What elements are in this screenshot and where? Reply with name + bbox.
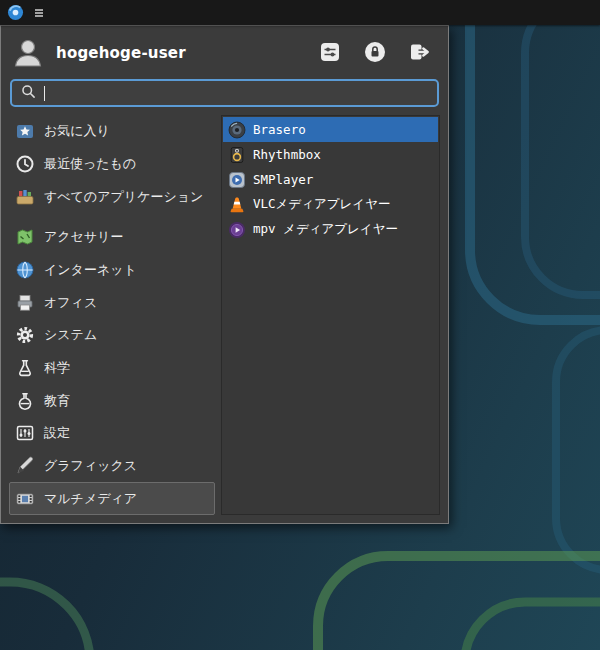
top-panel	[0, 0, 600, 25]
text-caret	[44, 86, 45, 101]
category-internet[interactable]: インターネット	[9, 254, 215, 287]
vlc-icon	[228, 196, 246, 214]
app-brasero[interactable]: Brasero	[223, 117, 438, 142]
category-label: 教育	[44, 392, 70, 410]
search-icon	[20, 83, 37, 104]
office-icon	[15, 293, 35, 313]
panel-menu-icon[interactable]	[33, 7, 45, 19]
search-input[interactable]	[10, 79, 439, 107]
sliders-icon	[15, 423, 35, 443]
category-science[interactable]: 科学	[9, 352, 215, 385]
globe-icon	[15, 260, 35, 280]
lock-screen-button[interactable]	[359, 38, 391, 68]
category-label: システム	[44, 326, 97, 344]
category-label: すべてのアプリケーション	[44, 188, 203, 206]
smplayer-icon	[228, 171, 246, 189]
flask-icon	[15, 358, 35, 378]
app-label: SMPlayer	[253, 172, 313, 187]
category-graphics[interactable]: グラフィックス	[9, 450, 215, 483]
category-label: マルチメディア	[44, 490, 137, 508]
all-apps-icon	[15, 187, 35, 207]
category-list: お気に入り 最近使ったもの	[9, 115, 215, 515]
category-label: 最近使ったもの	[44, 155, 136, 173]
logout-icon	[408, 40, 432, 67]
pen-icon	[15, 456, 35, 476]
settings-button[interactable]	[314, 38, 346, 68]
accessories-icon	[15, 227, 35, 247]
category-favorites[interactable]: お気に入り	[9, 115, 215, 148]
brasero-icon	[228, 121, 246, 139]
clock-icon	[15, 154, 35, 174]
category-label: オフィス	[44, 294, 97, 312]
category-recent[interactable]: 最近使ったもの	[9, 148, 215, 181]
category-label: インターネット	[44, 261, 137, 279]
category-settings[interactable]: 設定	[9, 417, 215, 450]
app-smplayer[interactable]: SMPlayer	[223, 167, 438, 192]
app-vlc[interactable]: VLCメディアプレイヤー	[223, 192, 438, 217]
film-icon	[15, 489, 35, 509]
application-list: Brasero Rhythmbox	[221, 115, 440, 515]
favorites-icon	[15, 121, 35, 141]
category-label: 科学	[44, 359, 70, 377]
username: hogehoge-user	[56, 44, 301, 62]
whisker-menu: hogehoge-user	[0, 25, 449, 524]
category-label: お気に入り	[44, 122, 110, 140]
category-system[interactable]: システム	[9, 319, 215, 352]
category-all-applications[interactable]: すべてのアプリケーション	[9, 180, 215, 213]
panel-launcher-icon[interactable]	[7, 4, 24, 21]
category-accessories[interactable]: アクセサリー	[9, 221, 215, 254]
category-office[interactable]: オフィス	[9, 286, 215, 319]
round-flask-icon	[15, 391, 35, 411]
user-avatar-icon	[11, 36, 45, 70]
app-label: mpv メディアプレイヤー	[253, 221, 398, 238]
app-label: VLCメディアプレイヤー	[253, 196, 390, 213]
category-multimedia[interactable]: マルチメディア	[9, 482, 215, 515]
logout-button[interactable]	[404, 38, 436, 68]
desktop: hogehoge-user	[0, 0, 600, 650]
app-mpv[interactable]: mpv メディアプレイヤー	[223, 217, 438, 242]
menu-header: hogehoge-user	[1, 26, 448, 76]
app-label: Brasero	[253, 122, 306, 137]
settings-icon	[318, 40, 342, 67]
gear-icon	[15, 325, 35, 345]
mpv-icon	[228, 221, 246, 239]
rhythmbox-icon	[228, 146, 246, 164]
app-rhythmbox[interactable]: Rhythmbox	[223, 142, 438, 167]
category-label: グラフィックス	[44, 457, 137, 475]
app-label: Rhythmbox	[253, 147, 321, 162]
menu-body: お気に入り 最近使ったもの	[1, 115, 448, 523]
category-label: 設定	[44, 424, 70, 442]
lock-icon	[363, 40, 387, 67]
category-label: アクセサリー	[44, 228, 124, 246]
category-education[interactable]: 教育	[9, 384, 215, 417]
